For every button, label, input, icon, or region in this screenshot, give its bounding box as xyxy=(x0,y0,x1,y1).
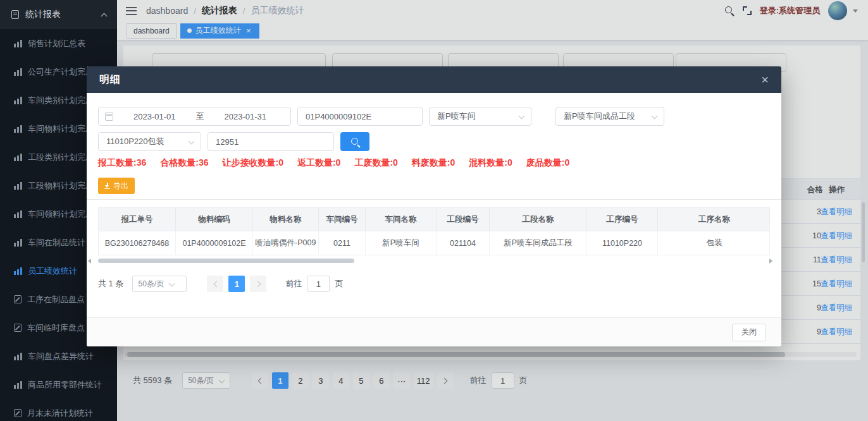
table-cell: 新P喷车间 xyxy=(366,231,437,255)
total-count: 共 1 条 xyxy=(98,278,123,290)
stat-item: 工废数量:0 xyxy=(354,157,397,169)
column-header: 报工单号 xyxy=(99,208,176,231)
export-button[interactable]: 导出 xyxy=(98,178,135,194)
table-cell: 喷油嘴偶件-P009 xyxy=(253,231,319,255)
prev-page-button[interactable] xyxy=(207,276,223,292)
page-number[interactable]: 1 xyxy=(228,276,245,292)
material-code-input[interactable] xyxy=(297,107,423,126)
table-cell: 021104 xyxy=(437,231,490,255)
download-icon xyxy=(104,183,110,189)
column-header: 工段名称 xyxy=(490,208,587,231)
chevron-down-icon xyxy=(189,139,194,145)
column-header: 车间编号 xyxy=(319,208,366,231)
column-header: 工段编号 xyxy=(437,208,490,231)
close-button[interactable]: 关闭 xyxy=(732,324,766,341)
workshop-value: 新P喷车间 xyxy=(437,111,476,122)
section-value: 新P喷车间成品工段 xyxy=(564,111,635,122)
detail-table: 报工单号 物料编码 物料名称 车间编号 车间名称 工段编号 工段名称 工序编号 xyxy=(98,207,770,255)
stat-item: 废品数量:0 xyxy=(526,157,569,169)
close-icon[interactable] xyxy=(761,73,769,86)
stat-item: 报工数量:36 xyxy=(98,157,146,169)
chevron-right-icon xyxy=(256,281,261,287)
goto-label: 前往 xyxy=(285,278,302,290)
chevron-down-icon xyxy=(519,114,524,119)
table-scrollbar[interactable] xyxy=(98,257,770,265)
process-select[interactable]: 11010P220包装 xyxy=(98,132,201,151)
next-page-button[interactable] xyxy=(250,276,266,292)
stat-item: 让步接收数量:0 xyxy=(222,157,283,169)
date-range-picker[interactable]: 2023-01-01 至 2023-01-31 xyxy=(98,107,291,126)
date-separator: 至 xyxy=(196,111,204,122)
stats-row: 报工数量:36 合格数量:36 让步接收数量:0 返工数量:0 工废数量:0 料… xyxy=(98,157,770,169)
search-icon xyxy=(351,138,359,146)
column-header: 车间名称 xyxy=(366,208,437,231)
table-cell: 0211 xyxy=(319,231,366,255)
modal-body: 2023-01-01 至 2023-01-31 新P喷车间 新P喷车间成品工段 … xyxy=(87,93,781,317)
report-no-input[interactable] xyxy=(208,132,334,151)
section-select[interactable]: 新P喷车间成品工段 xyxy=(555,107,664,126)
detail-table-row: BG230106278468 01P4000009102E 喷油嘴偶件-P009… xyxy=(99,231,769,255)
modal-filter-row-2: 11010P220包装 xyxy=(98,132,770,151)
calendar-icon xyxy=(105,113,113,121)
stat-item: 合格数量:36 xyxy=(160,157,208,169)
column-header: 工序编号 xyxy=(587,208,658,231)
divider xyxy=(87,199,781,200)
chevron-down-icon xyxy=(652,114,657,119)
chevron-down-icon xyxy=(169,281,175,287)
modal-title: 明细 xyxy=(99,73,121,87)
stat-item: 返工数量:0 xyxy=(297,157,340,169)
modal-pagination: 共 1 条 50条/页 1 前往 页 xyxy=(98,276,770,292)
search-button[interactable] xyxy=(340,132,369,151)
stat-item: 混料数量:0 xyxy=(469,157,512,169)
scroll-right-icon[interactable] xyxy=(769,259,772,264)
process-value: 11010P220包装 xyxy=(106,136,164,147)
detail-table-header: 报工单号 物料编码 物料名称 车间编号 车间名称 工段编号 工段名称 工序编号 xyxy=(99,208,769,231)
table-cell: BG230106278468 xyxy=(99,231,176,255)
chevron-left-icon xyxy=(213,281,218,287)
scrollbar-thumb[interactable] xyxy=(98,259,354,263)
table-cell: 新P喷车间成品工段 xyxy=(490,231,587,255)
goto-page-input[interactable] xyxy=(307,276,330,292)
page-size-value: 50条/页 xyxy=(138,279,164,290)
app: 统计报表 销售计划汇总表 公司生产计划完成统计 车间类别计划完成统计 xyxy=(0,0,868,421)
table-cell: 包装 xyxy=(658,231,771,255)
stat-item: 料废数量:0 xyxy=(412,157,455,169)
workshop-select[interactable]: 新P喷车间 xyxy=(429,107,531,126)
modal-filter-row-1: 2023-01-01 至 2023-01-31 新P喷车间 新P喷车间成品工段 xyxy=(98,107,770,126)
page-size-select[interactable]: 50条/页 xyxy=(132,276,187,292)
export-label: 导出 xyxy=(113,181,128,192)
scroll-left-icon[interactable] xyxy=(88,259,91,264)
modal-header: 明细 xyxy=(87,66,781,93)
date-start: 2023-01-01 xyxy=(116,112,194,121)
table-cell: 01P4000009102E xyxy=(176,231,253,255)
column-header: 物料编码 xyxy=(176,208,253,231)
date-end: 2023-01-31 xyxy=(207,112,285,121)
column-header: 工序名称 xyxy=(658,208,771,231)
detail-modal: 明细 2023-01-01 至 2023-01-31 新P喷车间 新P喷车间成品… xyxy=(87,66,781,346)
modal-footer: 关闭 xyxy=(87,317,781,346)
goto-suffix: 页 xyxy=(335,278,343,290)
table-cell: 11010P220 xyxy=(587,231,658,255)
column-header: 物料名称 xyxy=(253,208,319,231)
